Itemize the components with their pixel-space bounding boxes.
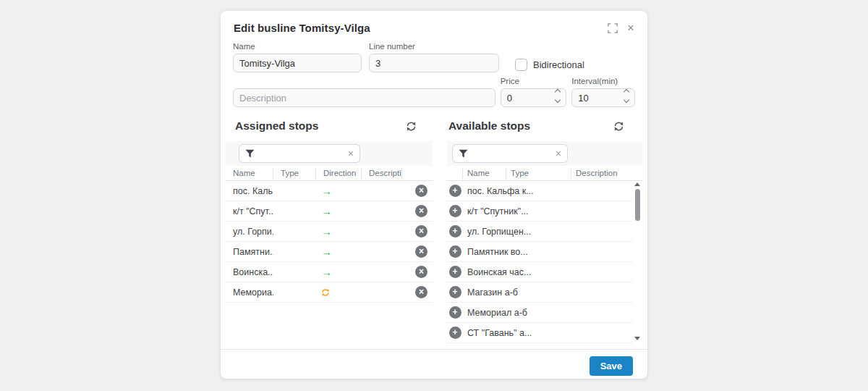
stop-name-cell: к/т "Спутник"... bbox=[463, 206, 571, 216]
assigned-stops-panel: Assigned stops × bbox=[226, 117, 433, 343]
stop-name-cell: ул. Горпи... bbox=[226, 227, 273, 237]
assigned-filter-bar: × bbox=[226, 141, 433, 166]
dialog-footer: Save bbox=[221, 349, 647, 376]
header-cell-type: Type bbox=[273, 168, 316, 179]
interval-stepper[interactable] bbox=[624, 90, 629, 102]
add-icon: + bbox=[452, 186, 457, 195]
table-row: пос. Каль... → × bbox=[226, 181, 433, 201]
header-cell-name: Name bbox=[463, 168, 506, 179]
line-number-field[interactable] bbox=[369, 54, 499, 72]
price-label: Price bbox=[501, 77, 567, 85]
scrollbar[interactable] bbox=[634, 182, 641, 340]
add-stop-button[interactable]: + bbox=[449, 185, 461, 197]
edit-busline-dialog: Edit busline Tomitsy-Vilga × Name Line n… bbox=[221, 11, 647, 379]
table-row: + ул. Горпищен... bbox=[447, 222, 632, 242]
table-row: + СТ "Гавань" а... bbox=[447, 323, 632, 343]
remove-icon: × bbox=[419, 267, 424, 276]
description-field[interactable] bbox=[233, 88, 495, 107]
close-button[interactable]: × bbox=[627, 23, 634, 33]
stop-name-cell: Мемориа... bbox=[226, 287, 273, 298]
available-stops-list: + пос. Кальфа к... + к/т "Спутник"... + … bbox=[447, 181, 642, 343]
header-cell-direction: Direction bbox=[316, 168, 362, 179]
table-row: + пос. Кальфа к... bbox=[447, 181, 632, 201]
stop-name-cell: Мемориал а-б bbox=[463, 308, 571, 318]
direction-forward-icon: → bbox=[321, 266, 332, 277]
direction-cell: → bbox=[316, 185, 362, 196]
busline-form: Name Line number Bidirectional Price bbox=[221, 42, 647, 107]
remove-stop-button[interactable]: × bbox=[415, 286, 427, 298]
table-row: Мемориа... × bbox=[226, 282, 433, 303]
available-table-header: Name Type Description bbox=[447, 166, 642, 181]
header-cell-type: Type bbox=[506, 168, 571, 179]
bidirectional-checkbox[interactable] bbox=[515, 59, 527, 71]
remove-icon: × bbox=[419, 227, 424, 235]
available-stops-title: Available stops bbox=[448, 119, 530, 133]
table-row: + Воинская час... bbox=[447, 262, 632, 282]
name-field[interactable] bbox=[233, 54, 362, 72]
stop-name-cell: Памятник во... bbox=[463, 247, 571, 257]
available-refresh-button[interactable] bbox=[613, 121, 624, 132]
table-row: + Мемориал а-б bbox=[447, 303, 632, 323]
add-stop-button[interactable]: + bbox=[449, 205, 461, 217]
maximize-icon bbox=[608, 23, 618, 33]
stop-name-cell: Магазин а-б bbox=[463, 287, 571, 298]
clear-filter-icon[interactable]: × bbox=[348, 148, 354, 159]
add-icon: + bbox=[452, 287, 457, 296]
remove-icon: × bbox=[419, 287, 424, 296]
add-stop-button[interactable]: + bbox=[449, 286, 461, 298]
direction-forward-icon: → bbox=[321, 185, 332, 196]
table-row: + Магазин а-б bbox=[447, 282, 632, 303]
chevron-up-icon bbox=[624, 89, 629, 95]
save-button[interactable]: Save bbox=[590, 356, 633, 376]
assigned-table-header: Name Type Direction Description bbox=[226, 166, 433, 181]
header-cell-actions bbox=[447, 168, 463, 179]
remove-stop-button[interactable]: × bbox=[415, 185, 427, 197]
price-stepper[interactable] bbox=[556, 90, 560, 102]
name-label: Name bbox=[233, 42, 362, 51]
add-icon: + bbox=[452, 206, 457, 215]
assigned-filter-input[interactable] bbox=[259, 148, 344, 159]
remove-icon: × bbox=[419, 247, 424, 256]
stop-name-cell: к/т "Спут... bbox=[226, 206, 273, 216]
assigned-refresh-button[interactable] bbox=[406, 121, 417, 132]
stop-name-cell: пос. Каль... bbox=[226, 186, 273, 196]
stop-name-cell: ул. Горпищен... bbox=[463, 227, 571, 237]
add-stop-button[interactable]: + bbox=[449, 266, 461, 278]
remove-stop-button[interactable]: × bbox=[415, 225, 427, 237]
remove-icon: × bbox=[419, 186, 424, 195]
stop-name-cell: Воинска... bbox=[226, 267, 273, 277]
remove-icon: × bbox=[419, 206, 424, 215]
scroll-down-arrow[interactable] bbox=[634, 337, 640, 340]
remove-stop-button[interactable]: × bbox=[415, 266, 427, 278]
scrollbar-thumb[interactable] bbox=[635, 189, 640, 221]
add-stop-button[interactable]: + bbox=[449, 225, 461, 237]
line-number-label: Line number bbox=[369, 42, 499, 51]
assigned-stops-list: пос. Каль... → × к/т "Спут... → × ул. Го… bbox=[226, 181, 433, 343]
table-row: + к/т "Спутник"... bbox=[447, 201, 632, 222]
table-row: Воинска... → × bbox=[226, 262, 433, 282]
remove-stop-button[interactable]: × bbox=[415, 245, 427, 258]
add-stop-button[interactable]: + bbox=[449, 306, 461, 319]
scroll-up-arrow[interactable] bbox=[634, 182, 640, 186]
direction-cell bbox=[316, 288, 362, 297]
direction-cell: → bbox=[316, 206, 362, 216]
maximize-button[interactable] bbox=[608, 23, 618, 33]
add-stop-button[interactable]: + bbox=[449, 245, 461, 258]
add-stop-button[interactable]: + bbox=[449, 327, 461, 339]
available-filter-input[interactable] bbox=[472, 148, 551, 159]
stop-name-cell: Воинская час... bbox=[463, 267, 571, 277]
table-row: Памятни... → × bbox=[226, 242, 433, 262]
interval-label: Interval(min) bbox=[571, 77, 635, 85]
clear-filter-icon[interactable]: × bbox=[556, 148, 561, 159]
stop-name-cell: пос. Кальфа к... bbox=[463, 186, 571, 196]
refresh-icon bbox=[613, 121, 624, 132]
table-row: + Памятник во... bbox=[447, 242, 632, 262]
direction-forward-icon: → bbox=[321, 206, 332, 216]
header-cell-description: Description bbox=[362, 168, 402, 179]
add-icon: + bbox=[452, 328, 457, 337]
remove-stop-button[interactable]: × bbox=[415, 205, 427, 217]
add-icon: + bbox=[452, 308, 457, 316]
chevron-down-icon bbox=[624, 97, 629, 103]
refresh-icon bbox=[406, 121, 417, 132]
dialog-title: Edit busline Tomitsy-Vilga bbox=[234, 22, 370, 34]
